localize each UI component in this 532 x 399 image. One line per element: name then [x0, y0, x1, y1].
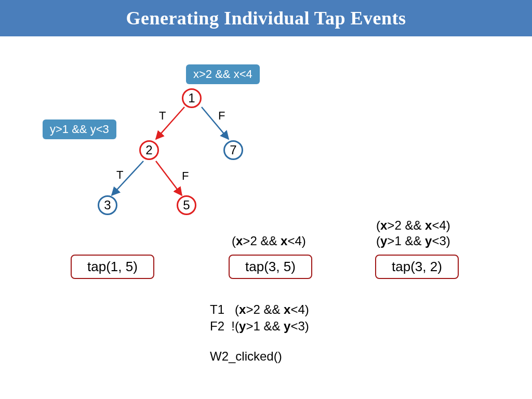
trace-wclick: W2_clicked(): [210, 348, 282, 364]
node-3: 3: [98, 195, 117, 215]
slide-title: Generating Individual Tap Events: [0, 0, 532, 36]
tap-box-c: tap(3, 2): [375, 255, 459, 279]
edge-label-t1: T: [159, 109, 166, 123]
node-2: 2: [139, 140, 159, 160]
constraint-c1: (x>2 && x<4): [376, 217, 450, 233]
svg-line-3: [156, 161, 182, 195]
edge-label-f1: F: [218, 109, 225, 123]
tap-box-b: tap(3, 5): [229, 255, 312, 279]
constraint-b: (x>2 && x<4): [232, 233, 306, 249]
node-7: 7: [223, 140, 243, 160]
diagram-stage: x>2 && x<4 y>1 && y<3 1 2 7 3 5 T F T F …: [0, 36, 532, 399]
trace-f2: F2 !(y>1 && y<3): [210, 318, 309, 334]
node-1: 1: [182, 88, 202, 108]
trace-t1: T1 (x>2 && x<4): [210, 301, 309, 317]
condition-tag-y: y>1 && y<3: [43, 119, 116, 139]
tree-edges: [0, 36, 532, 399]
edge-label-t2: T: [116, 168, 123, 182]
condition-tag-x: x>2 && x<4: [186, 64, 260, 84]
tap-box-a: tap(1, 5): [71, 255, 154, 279]
node-5: 5: [177, 195, 196, 215]
edge-label-f2: F: [182, 169, 189, 183]
constraint-c2: (y>1 && y<3): [376, 233, 450, 249]
